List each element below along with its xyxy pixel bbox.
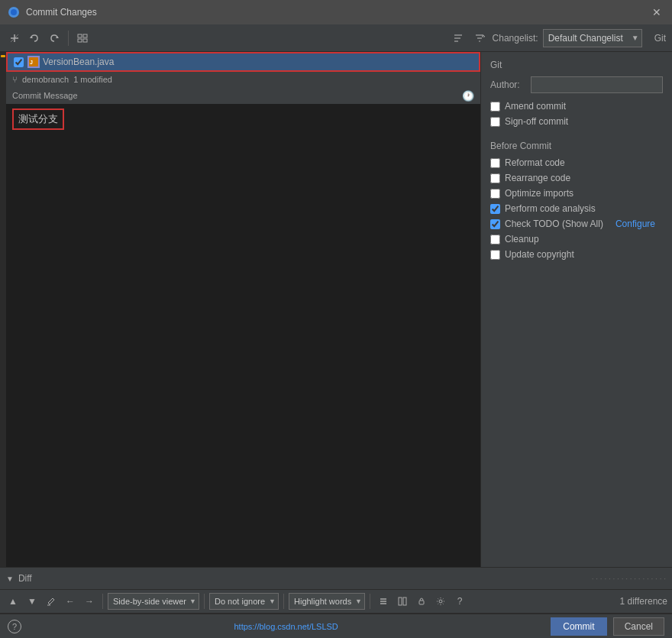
branch-info: ⑂ demobranch 1 modified <box>6 72 480 87</box>
rearrange-code-checkbox[interactable] <box>490 173 500 183</box>
diff-separator-1 <box>102 594 103 609</box>
lock-btn[interactable] <box>413 593 430 610</box>
undo-button[interactable] <box>26 30 43 47</box>
check-todo-checkbox[interactable] <box>490 219 500 229</box>
main-layout: Changelist: Default Changelist ▼ Git <box>0 24 672 638</box>
window-title: Commit Changes <box>26 7 649 18</box>
diff-label: Diff <box>18 573 32 584</box>
bottom-bar: ? https://blog.csdn.net/LSLSD Commit Can… <box>0 614 672 638</box>
collapse-icon-btn[interactable] <box>375 593 392 610</box>
diff-separator-2 <box>204 594 205 609</box>
before-commit-title: Before Commit <box>490 141 663 151</box>
svg-rect-22 <box>403 598 406 605</box>
perform-analysis-row: Perform code analysis <box>490 203 663 214</box>
diff-collapse-icon: ▼ <box>6 575 14 583</box>
commit-message-section: Commit Message 🕐 测试分支 <box>6 87 480 567</box>
author-input[interactable] <box>531 76 663 93</box>
svg-rect-7 <box>83 39 87 42</box>
changelist-label: Changelist: <box>493 33 538 44</box>
ignore-select[interactable]: Do not ignore <box>209 593 279 610</box>
commit-button[interactable]: Commit <box>551 617 606 636</box>
optimize-imports-checkbox[interactable] <box>490 189 500 199</box>
svg-rect-4 <box>78 34 82 37</box>
viewer-select[interactable]: Side-by-side viewer <box>108 593 199 610</box>
configure-link[interactable]: Configure <box>615 219 655 229</box>
svg-rect-5 <box>83 34 87 37</box>
diff-count: 1 difference <box>620 596 668 607</box>
changelist-section: Changelist: Default Changelist ▼ Git <box>450 29 666 47</box>
sign-off-label: Sign-off commit <box>505 116 568 127</box>
svg-rect-6 <box>78 39 82 42</box>
branch-status: 1 modified <box>73 75 112 84</box>
line-marker-1 <box>1 55 5 57</box>
check-todo-row: Check TODO (Show All) Configure <box>490 219 663 229</box>
git-section-label: Git <box>654 33 666 44</box>
diff-edit-button[interactable] <box>43 593 60 610</box>
author-label: Author: <box>490 79 525 90</box>
side-gutter <box>0 52 6 567</box>
check-todo-label: Check TODO (Show All) <box>505 219 603 229</box>
update-copyright-label: Update copyright <box>505 249 574 260</box>
optimize-imports-row: Optimize imports <box>490 188 663 199</box>
reformat-code-checkbox[interactable] <box>490 158 500 168</box>
content-area: J VersionBean.java ⑂ demobranch 1 modifi… <box>0 52 672 567</box>
columns-btn[interactable] <box>394 593 411 610</box>
filter-btn[interactable] <box>471 30 488 47</box>
amend-commit-label: Amend commit <box>505 101 566 112</box>
help-icon: ? <box>12 622 17 631</box>
top-toolbar: Changelist: Default Changelist ▼ Git <box>0 24 672 52</box>
perform-analysis-checkbox[interactable] <box>490 204 500 214</box>
optimize-imports-label: Optimize imports <box>505 188 573 199</box>
group-button[interactable] <box>74 30 91 47</box>
git-title: Git <box>490 60 663 70</box>
changelist-dropdown-wrapper[interactable]: Default Changelist ▼ <box>543 29 642 47</box>
diff-header[interactable]: ▼ Diff · · · · · · · · · · · · · · · · ·… <box>0 568 672 589</box>
update-copyright-row: Update copyright <box>490 249 663 260</box>
sort-btn[interactable] <box>450 30 467 47</box>
rearrange-code-row: Rearrange code <box>490 173 663 183</box>
update-copyright-checkbox[interactable] <box>490 250 500 260</box>
rearrange-code-label: Rearrange code <box>505 173 570 183</box>
diff-up-button[interactable]: ▲ <box>5 593 21 610</box>
sign-off-checkbox[interactable] <box>490 117 500 127</box>
svg-point-24 <box>439 600 442 603</box>
toolbar-separator <box>68 31 69 46</box>
java-file-icon: J <box>27 56 40 68</box>
add-button[interactable] <box>6 30 23 47</box>
left-panel: J VersionBean.java ⑂ demobranch 1 modifi… <box>0 52 481 567</box>
file-selected-row[interactable]: J VersionBean.java <box>6 52 480 72</box>
diff-down-button[interactable]: ▼ <box>24 593 40 610</box>
diff-separator-3 <box>283 594 284 609</box>
reformat-code-label: Reformat code <box>505 157 565 168</box>
file-checkbox[interactable] <box>14 57 24 67</box>
title-bar: Commit Changes ✕ <box>0 0 672 24</box>
diff-back-button[interactable]: ← <box>62 593 79 610</box>
commit-message-text: 测试分支 <box>18 113 58 125</box>
help-diff-btn[interactable]: ? <box>451 593 468 610</box>
help-button[interactable]: ? <box>8 620 21 633</box>
commit-message-body: 测试分支 <box>6 104 480 567</box>
viewer-dropdown-wrapper[interactable]: Side-by-side viewer ▼ <box>108 593 199 610</box>
reformat-code-row: Reformat code <box>490 157 663 168</box>
settings-btn[interactable] <box>432 593 449 610</box>
branch-name: demobranch <box>22 75 69 84</box>
amend-commit-checkbox[interactable] <box>490 102 500 112</box>
redo-button[interactable] <box>46 30 63 47</box>
app-icon <box>8 6 20 18</box>
svg-text:J: J <box>30 60 33 65</box>
svg-rect-21 <box>399 598 402 605</box>
changelist-select[interactable]: Default Changelist <box>543 29 642 47</box>
diff-dots: · · · · · · · · · · · · · · · · · · <box>592 575 666 583</box>
cancel-button[interactable]: Cancel <box>613 617 664 636</box>
highlight-dropdown-wrapper[interactable]: Highlight words ▼ <box>289 593 365 610</box>
highlight-select[interactable]: Highlight words <box>289 593 365 610</box>
watermark-link[interactable]: https://blog.csdn.net/LSLSD <box>234 622 338 631</box>
ignore-dropdown-wrapper[interactable]: Do not ignore ▼ <box>209 593 279 610</box>
branch-icon: ⑂ <box>12 75 18 84</box>
diff-toolbar: ▲ ▼ ← → Side-by-side viewer ▼ <box>0 589 672 614</box>
close-button[interactable]: ✕ <box>649 5 664 20</box>
file-name: VersionBean.java <box>43 57 114 67</box>
cleanup-checkbox[interactable] <box>490 235 500 245</box>
diff-forward-button[interactable]: → <box>81 593 98 610</box>
clock-icon: 🕐 <box>462 90 474 102</box>
